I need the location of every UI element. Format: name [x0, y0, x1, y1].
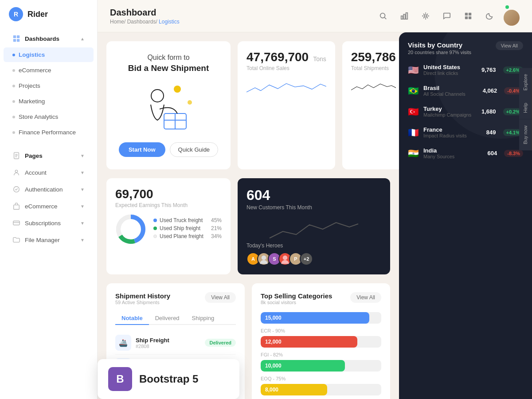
sidebar-item-ecommerce[interactable]: eCommerce [4, 63, 94, 78]
bar-ecr: 15,000 [261, 312, 381, 324]
heroes-avatars: A S P +2 [246, 252, 381, 266]
tab-notable[interactable]: Notable [115, 312, 149, 325]
svg-point-8 [15, 170, 17, 172]
user-avatar[interactable] [504, 10, 520, 26]
selling-view-all-button[interactable]: View All [350, 292, 381, 303]
country-visits-br: 4,062 [483, 87, 497, 94]
bar-eoq-fill: 10,000 [261, 360, 345, 372]
sidebar-item-subscriptions[interactable]: Subscriptions ▼ [4, 215, 94, 231]
dot [12, 116, 15, 118]
sidebar-item-file-manager[interactable]: File Manager ▼ [4, 232, 94, 248]
sidebar-item-authentication[interactable]: Authentication ▼ [4, 181, 94, 197]
tab-delivered[interactable]: Delivered [149, 312, 186, 325]
sidebar-item-projects[interactable]: Projects [4, 78, 94, 93]
pages-label: Pages [25, 153, 43, 159]
bar-fgi-fill: 12,000 [261, 336, 357, 348]
chevron-down-icon: ▼ [80, 238, 85, 243]
country-info-fr: France Impact Radius visits [423, 126, 482, 138]
online-indicator [505, 5, 509, 9]
shipment-tabs: Notable Delivered Shipping [115, 312, 236, 325]
settings-icon[interactable] [419, 9, 433, 23]
shipment-view-all-button[interactable]: View All [205, 292, 236, 303]
visits-view-all-button[interactable]: View All [496, 41, 523, 50]
breadcrumb-dashboards: Dashboards/ [127, 19, 157, 25]
subscriptions-label: Subscriptions [25, 220, 61, 227]
sidebar-item-pages[interactable]: Pages ▼ [4, 148, 94, 164]
country-source-fr: Impact Radius visits [423, 133, 482, 138]
chart-icon[interactable] [397, 9, 411, 23]
grid-view-icon[interactable] [461, 9, 475, 23]
flag-tr: 🇹🇷 [408, 106, 419, 117]
sidebar-item-logistics[interactable]: Logistics [4, 47, 94, 62]
svg-point-34 [283, 255, 287, 260]
country-name-tr: Turkey [423, 106, 477, 112]
visits-header-row: Visits by Country 20 countries share 97%… [408, 41, 523, 55]
sidebar-item-marketing[interactable]: Marketing [4, 94, 94, 109]
dot [12, 100, 15, 103]
sidebar-item-account[interactable]: Account ▼ [4, 164, 94, 180]
total-shipments-value: 259,786 [351, 50, 396, 64]
country-info-in: India Many Sources [423, 147, 483, 159]
svg-rect-16 [403, 14, 405, 19]
visits-header: Visits by Country 20 countries share 97%… [399, 32, 532, 59]
explore-button[interactable]: Explore [519, 68, 532, 97]
svg-rect-11 [13, 221, 20, 225]
sidebar: R Rider Dashboards ▲ Logistics eCommerce… [0, 0, 98, 399]
country-name-br: Brasil [423, 85, 478, 91]
bar-fgi-label: FGI - 82% [261, 352, 381, 357]
active-dot [12, 54, 15, 56]
svg-rect-22 [469, 16, 471, 19]
header: Dashboard Home/ Dashboards/ Logistics [98, 0, 532, 32]
total-sales-card: 47,769,700 Tons Total Online Sales [238, 41, 335, 169]
subscriptions-icon [12, 219, 20, 227]
main-area: Dashboard Home/ Dashboards/ Logistics [98, 0, 532, 399]
logo[interactable]: R Rider [0, 7, 97, 30]
svg-rect-0 [13, 35, 16, 38]
sidebar-item-dashboards[interactable]: Dashboards ▲ [4, 31, 94, 47]
country-name-in: India [423, 147, 483, 154]
country-info-br: Brasil All Social Channels [423, 85, 478, 97]
buy-now-button[interactable]: Buy now [519, 119, 532, 150]
dark-mode-icon[interactable] [482, 9, 497, 23]
country-source-us: Direct link clicks [423, 70, 477, 76]
country-fr: 🇫🇷 France Impact Radius visits 849 +4.1% [399, 122, 532, 143]
country-visits-us: 9,763 [481, 66, 496, 73]
start-now-button[interactable]: Start Now [119, 142, 165, 157]
file-manager-label: File Manager [25, 237, 60, 243]
visits-subtitle: 20 countries share 97% visits [408, 50, 471, 55]
tab-shipping[interactable]: Shipping [186, 312, 221, 325]
svg-rect-17 [406, 13, 408, 19]
chevron-down-icon: ▼ [80, 204, 85, 209]
bootstrap-icon: B [108, 367, 132, 391]
content-area: Quick form to Bid a New Shipment [98, 32, 532, 399]
bootstrap-overlay: B Bootstrap 5 [98, 359, 239, 399]
breadcrumb: Home/ Dashboards/ Logistics [110, 19, 180, 25]
shipment-icon: 🚢 [115, 335, 131, 351]
help-button[interactable]: Help [519, 97, 532, 119]
truck-pct: 45% [211, 217, 222, 223]
chat-icon[interactable] [440, 9, 454, 23]
earnings-card: 69,700 Expected Earnings This Month [106, 178, 231, 274]
shipment-header: Shipment History 59 Active Shipments Vie… [115, 292, 236, 310]
bar-ecr-label: ECR - 90% [261, 328, 381, 333]
country-visits-fr: 849 [486, 129, 496, 136]
svg-rect-1 [17, 35, 20, 38]
sidebar-item-finance-performance[interactable]: Finance Performance [4, 125, 94, 140]
total-shipments-label: Total Shipments [351, 65, 396, 71]
search-icon[interactable] [376, 9, 390, 23]
svg-point-25 [151, 90, 164, 102]
shipment-name-1: Ship Freight [136, 337, 200, 344]
total-sales-unit: Tons [313, 55, 326, 63]
selling-header: Top Selling Categories 8k social visitor… [261, 292, 381, 310]
country-name-us: United States [423, 64, 477, 70]
quick-guide-button[interactable]: Quick Guide [170, 142, 219, 157]
shipments-sparkline [351, 77, 396, 99]
side-buttons: Explore Help Buy now [519, 68, 532, 150]
sidebar-item-store-analytics[interactable]: Store Analytics [4, 110, 94, 124]
total-sales-sparkline [246, 77, 326, 99]
svg-point-33 [262, 255, 266, 260]
bar-fmg: 8,000 [261, 384, 381, 395]
freight-legend: Used Truck freight 45% Used Ship freight… [153, 217, 222, 241]
page-title: Dashboard [110, 8, 180, 18]
sidebar-item-ecommerce2[interactable]: eCommerce ▼ [4, 198, 94, 214]
